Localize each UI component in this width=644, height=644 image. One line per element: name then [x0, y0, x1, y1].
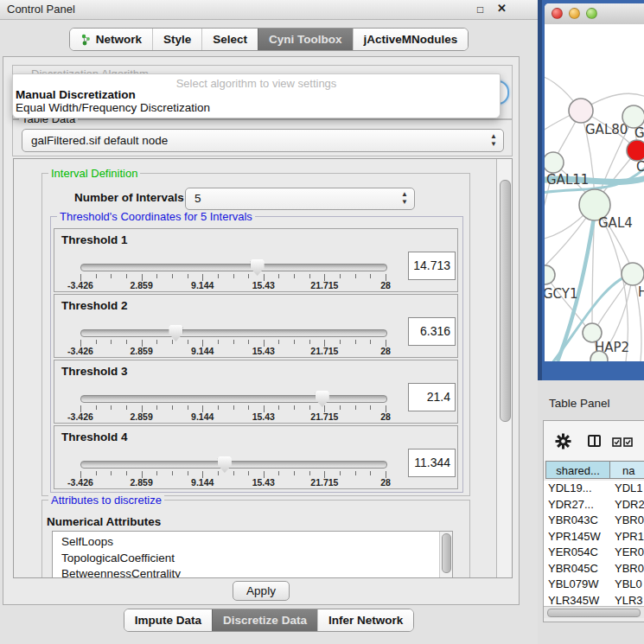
threshold-panel: Threshold 1-3.4262.8599.14415.4321.71528… [54, 228, 458, 292]
numerical-attributes-list[interactable]: SelfLoopsTopologicalCoefficientBetweenne… [52, 531, 453, 578]
threshold-slider[interactable] [80, 461, 387, 469]
table-row[interactable]: YBR043CYBR0 [544, 513, 644, 529]
network-canvas[interactable]: GAL80GACGAL11GAL4GCY1HHAP2 [545, 24, 644, 361]
numerical-attributes-label: Numerical Attributes [47, 515, 161, 528]
top-tab-segment: Network Style Select Cyni Toolbox jActiv… [69, 28, 469, 51]
close-window-icon[interactable]: ✕ [497, 2, 507, 15]
control-panel: Control Panel □ ✕ Network Style [0, 0, 538, 644]
cell-shared-name: YBR043C [548, 513, 598, 529]
settings-vertical-scrollbar[interactable] [496, 159, 513, 577]
table-panel-toolbar [544, 421, 644, 461]
network-node-label: GA [634, 125, 644, 141]
threshold-value-field[interactable]: 6.316 [408, 317, 456, 346]
table-header-row: shared... na [544, 461, 644, 481]
tab-impute-data[interactable]: Impute Data [124, 609, 212, 631]
table-row[interactable]: YDR27...YDR2 [544, 497, 644, 513]
attributes-scrollbar-thumb[interactable] [442, 533, 451, 573]
table-row[interactable]: YDL19...YDL1 [544, 481, 644, 497]
thresholds-group-label: Threshold's Coordinates for 5 Intervals [57, 210, 255, 223]
control-panel-title: Control Panel [7, 3, 75, 16]
network-node-h[interactable] [622, 263, 644, 285]
attribute-items: SelfLoopsTopologicalCoefficientBetweenne… [53, 534, 452, 578]
attributes-scrollbar[interactable] [439, 532, 452, 578]
network-node[interactable] [590, 351, 608, 361]
minimize-traffic-light-icon[interactable] [569, 8, 580, 19]
table-row[interactable]: YLR345WYLR3 [544, 593, 644, 607]
threshold-slider[interactable] [80, 264, 387, 271]
table-row[interactable]: YBR045CYBR0 [544, 561, 644, 577]
tab-jactivemnodules[interactable]: jActiveMNodules [353, 29, 469, 50]
table-row[interactable]: YER054CYER0 [544, 545, 644, 561]
column-header-shared-name[interactable]: shared... [545, 461, 610, 479]
table-data-combobox[interactable]: galFiltered.sif default node ▲▼ [22, 129, 504, 152]
threshold-slider[interactable] [80, 329, 387, 337]
checkbox-icon[interactable] [623, 437, 633, 447]
checkbox-icon[interactable] [612, 437, 622, 447]
network-icon [80, 34, 92, 46]
tab-select-label: Select [213, 29, 247, 50]
tab-style-label: Style [163, 29, 191, 50]
table-rows[interactable]: YDL19...YDL1YDR27...YDR2YBR043CYBR0YPR14… [544, 481, 644, 606]
settings-scrollbar-thumb[interactable] [500, 180, 511, 422]
attribute-list-item[interactable]: BetweennessCentrality [53, 566, 452, 578]
cell-name: YDL1 [615, 481, 643, 497]
close-traffic-light-icon[interactable] [552, 8, 563, 19]
number-of-intervals-value: 5 [194, 188, 201, 209]
threshold-value-field[interactable]: 14.713 [408, 252, 456, 280]
tab-infer-network[interactable]: Infer Network [317, 609, 413, 631]
apply-button[interactable]: Apply [233, 581, 290, 601]
slider-tick-labels: -3.4262.8599.14415.4321.71528 [80, 411, 386, 422]
right-column: GAL80GACGAL11GAL4GCY1HHAP2 Table Panel [538, 0, 644, 644]
network-view-window: GAL80GACGAL11GAL4GCY1HHAP2 [545, 3, 644, 361]
network-graph: GAL80GACGAL11GAL4GCY1HHAP2 [545, 24, 644, 361]
attribute-list-item[interactable]: TopologicalCoefficient [53, 551, 452, 567]
network-node-label: H [638, 284, 644, 300]
cell-name: YBL0 [615, 577, 642, 593]
menu-item-manual-discretization[interactable]: Manual Discretization [16, 88, 136, 101]
network-node-gcy1[interactable] [545, 265, 555, 284]
split-columns-icon[interactable] [588, 435, 601, 447]
cell-shared-name: YDL19... [548, 481, 592, 497]
stepper-arrows-icon: ▲▼ [401, 190, 408, 206]
table-row[interactable]: YBL079WYBL0 [544, 577, 644, 593]
table-row[interactable]: YPR145WYPR1 [544, 529, 644, 545]
network-node-label: GCY1 [545, 286, 578, 302]
table-panel-title: Table Panel [549, 397, 610, 410]
table-hscroll-thumb[interactable] [547, 609, 641, 617]
table-horizontal-scrollbar[interactable] [544, 606, 644, 618]
network-node-label: GAL11 [546, 172, 589, 188]
network-node-gal80[interactable] [569, 99, 593, 123]
tab-network[interactable]: Network [70, 29, 152, 50]
threshold-panel: Threshold 4-3.4262.8599.14415.4321.71528… [54, 425, 458, 489]
screen: Control Panel □ ✕ Network Style [0, 0, 644, 644]
bottom-tabbar: Impute Data Discretize Data Infer Networ… [0, 609, 538, 632]
menu-item-equal-width-frequency[interactable]: Equal Width/Frequency Discretization [16, 101, 210, 114]
network-node-label: GAL4 [598, 215, 633, 231]
algorithm-dropdown-popup: Select algorithm to view settings Manual… [12, 73, 501, 118]
threshold-slider[interactable] [80, 395, 387, 403]
tab-cyni-toolbox[interactable]: Cyni Toolbox [258, 29, 353, 50]
gear-icon[interactable] [555, 433, 571, 450]
network-node-gal11[interactable] [545, 152, 564, 173]
slider-tick-labels: -3.4262.8599.14415.4321.71528 [80, 346, 386, 356]
threshold-value-field[interactable]: 11.344 [408, 449, 456, 477]
network-node-c[interactable] [627, 140, 644, 161]
cell-shared-name: YLR345W [548, 593, 599, 607]
cell-shared-name: YBL079W [548, 577, 599, 593]
attributes-group-label: Attributes to discretize [48, 494, 164, 507]
cell-name: YBR0 [615, 561, 644, 577]
zoom-traffic-light-icon[interactable] [586, 8, 597, 19]
cell-shared-name: YPR145W [548, 529, 601, 545]
number-of-intervals-combobox[interactable]: 5 ▲▼ [185, 188, 415, 210]
float-window-icon[interactable]: □ [477, 3, 483, 16]
tab-discretize-data[interactable]: Discretize Data [212, 609, 317, 631]
tab-network-label: Network [96, 29, 142, 50]
tab-style[interactable]: Style [152, 29, 201, 50]
network-node-label: C [636, 159, 644, 175]
bottom-tab-segment: Impute Data Discretize Data Infer Networ… [124, 609, 414, 632]
tab-select[interactable]: Select [201, 29, 258, 50]
attribute-list-item[interactable]: SelfLoops [53, 534, 452, 551]
threshold-value-field[interactable]: 21.4 [408, 383, 456, 411]
column-header-name[interactable]: na [609, 461, 644, 479]
cell-shared-name: YER054C [548, 545, 598, 561]
